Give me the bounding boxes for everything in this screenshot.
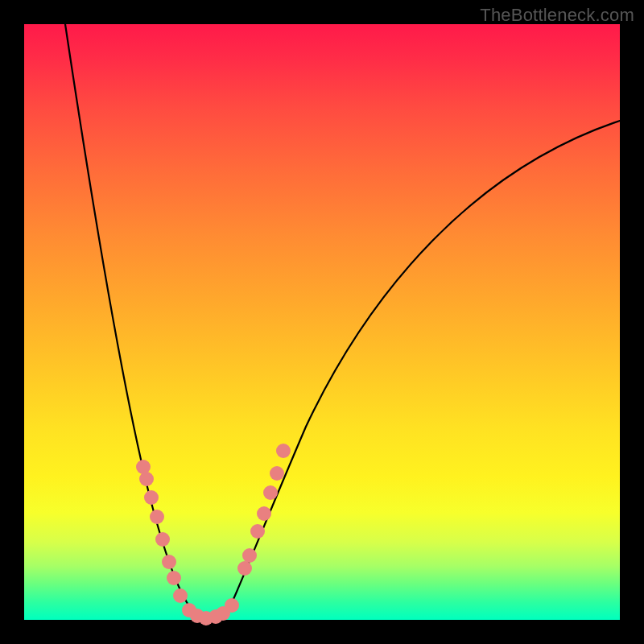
data-point-dot [144,490,159,505]
dot-cluster-bottom [182,598,239,625]
curve-svg [24,24,620,620]
data-point-dot [162,555,176,569]
watermark-text: TheBottleneck.com [480,5,634,26]
data-point-dot [237,561,252,576]
data-point-dot [139,472,154,486]
left-curve [65,24,198,618]
data-point-dot [155,532,170,547]
chart-plot-area [24,24,620,620]
data-point-dot [173,588,188,603]
data-point-dot [263,485,278,500]
data-point-dot [225,598,239,613]
right-curve [224,121,620,618]
data-point-dot [276,444,291,458]
data-point-dot [167,571,181,585]
data-point-dot [242,548,257,563]
data-point-dot [257,506,271,521]
dot-cluster-left [136,460,188,603]
data-point-dot [150,510,164,524]
dot-cluster-right [237,444,291,576]
data-point-dot [250,524,265,539]
data-point-dot [270,466,284,481]
